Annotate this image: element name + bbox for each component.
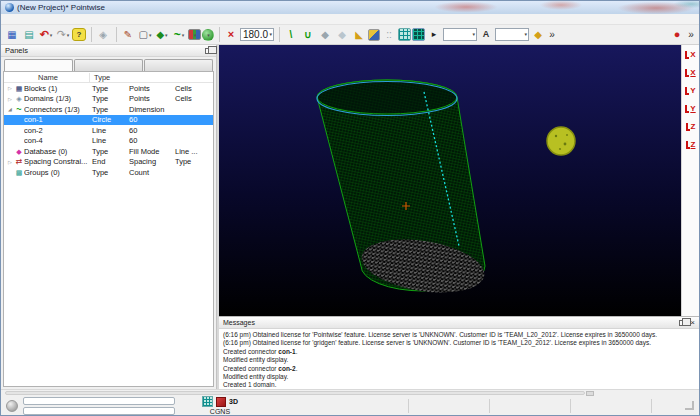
tree-item-col3: Line ... xyxy=(175,147,213,156)
tree-item-label: Groups (0) xyxy=(24,168,92,177)
extrude-button[interactable]: ◣ xyxy=(351,26,367,44)
entity-combo[interactable] xyxy=(443,28,477,41)
tree-row-domains[interactable]: ▷ Domains (1/3) Type Points Cells xyxy=(4,94,213,105)
tree-header-type[interactable]: Type xyxy=(90,73,213,82)
palette-button[interactable] xyxy=(188,29,201,40)
status-field-2[interactable] xyxy=(23,407,175,415)
toolbar-glyph: ▦ xyxy=(7,30,16,40)
assemble-button[interactable] xyxy=(368,29,380,41)
toolbar-separator[interactable] xyxy=(215,27,220,42)
tree-row-database[interactable]: Database (0) Type Fill Mode Line ... xyxy=(4,146,213,157)
float-panel-icon[interactable] xyxy=(205,48,212,54)
message-line: (6:16 pm) Obtained license for 'Pointwis… xyxy=(223,331,699,339)
panels-dock: Panels Name Type ▷ Blocks (1) Type xyxy=(1,45,216,389)
status-field-1[interactable] xyxy=(23,397,175,405)
trackball-mode-icon[interactable] xyxy=(6,400,18,412)
view-plus-x-button[interactable]: X xyxy=(683,47,699,62)
expand-arrow-icon[interactable]: ▷ xyxy=(6,96,14,102)
solid-display-button[interactable]: ◆ xyxy=(154,26,170,44)
pointwise-window: (New Project)* Pointwise ▦▤↶↷?◈✎▢◆~×180.… xyxy=(0,0,700,416)
domain-button[interactable]: ◆ xyxy=(530,26,546,44)
tree-item-col2: Count xyxy=(129,168,175,177)
app-logo-icon xyxy=(5,3,14,12)
view-minus-y-button[interactable]: Y xyxy=(683,101,699,116)
3d-view-canvas[interactable] xyxy=(219,45,681,316)
toolbar-glyph: » xyxy=(688,30,694,40)
two-point-line-button[interactable]: \ xyxy=(283,26,299,44)
save-button[interactable]: ▦ xyxy=(4,26,20,44)
toolbar-glyph: ◆ xyxy=(321,30,329,40)
tree-header[interactable]: Name Type xyxy=(4,72,213,83)
redo-button[interactable]: ↷ xyxy=(55,26,71,44)
grip-button[interactable]: :: xyxy=(381,26,397,44)
tree-row-groups[interactable]: Groups (0) Type Count xyxy=(4,167,213,178)
toolbar-separator[interactable] xyxy=(87,27,92,42)
scrollbar-button[interactable] xyxy=(586,391,594,396)
paintbrush-button[interactable]: ✎ xyxy=(120,26,136,44)
structured-grid-button[interactable] xyxy=(398,28,411,41)
dimension-button[interactable]: A xyxy=(478,26,494,44)
undo-button[interactable]: ↶ xyxy=(38,26,54,44)
view-minus-z-button[interactable]: Z xyxy=(683,137,699,152)
tree-row-con-4[interactable]: con-4 Line 60 xyxy=(4,136,213,147)
expand-arrow-icon[interactable]: ▷ xyxy=(6,85,14,91)
mass-select-button[interactable]: ◈ xyxy=(95,26,111,44)
spacing-icon xyxy=(14,158,24,166)
toolbar-glyph: ◣ xyxy=(355,30,363,40)
messages-panel: Messages × (6:16 pm) Obtained license fo… xyxy=(219,316,699,390)
cae-button[interactable]: ● xyxy=(669,26,685,44)
view-plus-z-button[interactable]: Z xyxy=(683,119,699,134)
toolbar-glyph: ◆ xyxy=(534,30,542,40)
expand-arrow-icon[interactable]: ▷ xyxy=(6,159,14,165)
tab-layers[interactable] xyxy=(74,59,143,71)
toolbar-separator[interactable] xyxy=(275,27,280,42)
help-button[interactable]: ? xyxy=(72,28,86,41)
arc-button[interactable]: ∪ xyxy=(300,26,316,44)
status-row: 3D CGNS xyxy=(1,396,699,415)
solver-block: 3D CGNS xyxy=(202,396,238,415)
angle-combo[interactable]: 180.0 xyxy=(240,28,274,41)
messages-title: Messages xyxy=(223,319,255,326)
toolbar-glyph: ◆ xyxy=(338,30,346,40)
expand-arrow-icon[interactable]: ◢ xyxy=(6,106,14,112)
toolbar-glyph: A xyxy=(483,30,490,39)
tab-list[interactable] xyxy=(4,59,73,71)
window-title: (New Project)* Pointwise xyxy=(17,3,105,12)
toolbar-glyph: :: xyxy=(386,30,392,40)
toolbar-separator[interactable] xyxy=(112,27,117,42)
toolbar-overflow[interactable]: » xyxy=(547,26,557,44)
messages-log[interactable]: (6:16 pm) Obtained license for 'Pointwis… xyxy=(219,329,699,390)
panel-tabs xyxy=(1,57,216,71)
examine-button[interactable]: × xyxy=(223,26,239,44)
dimension-combo[interactable] xyxy=(495,28,529,41)
diamond-tool-button[interactable]: ◆ xyxy=(317,26,333,44)
axis-letter: Y xyxy=(690,105,695,113)
open-button[interactable]: ▤ xyxy=(21,26,37,44)
database-icon xyxy=(14,148,24,155)
view-plus-y-button[interactable]: Y xyxy=(683,83,699,98)
tree-header-name[interactable]: Name xyxy=(4,73,90,82)
tree-row-connectors[interactable]: ◢ Connectors (1/3) Type Dimension xyxy=(4,104,213,115)
tree-row-blocks[interactable]: ▷ Blocks (1) Type Points Cells xyxy=(4,83,213,94)
axis-letter: Y xyxy=(690,87,695,95)
tree-item-type: End xyxy=(92,157,129,166)
unstructured-grid-button[interactable] xyxy=(412,28,425,41)
diamond-tool-button-2[interactable]: ◆ xyxy=(334,26,350,44)
shader-button[interactable] xyxy=(202,29,214,41)
tree-row-con-1[interactable]: con-1 Circle 60 xyxy=(4,115,213,126)
tree-row-spacing[interactable]: ▷ Spacing Constrai... End Spacing Type xyxy=(4,157,213,168)
connector-tool-button[interactable]: ▸ xyxy=(426,26,442,44)
tab-defaults[interactable] xyxy=(144,59,213,71)
toolbar-overflow-2[interactable]: » xyxy=(686,26,696,44)
scrollbar-track[interactable] xyxy=(5,391,585,395)
tree-item-col2: 60 xyxy=(129,115,175,124)
tree-row-con-2[interactable]: con-2 Line 60 xyxy=(4,125,213,136)
float-messages-icon[interactable] xyxy=(679,320,686,326)
tree-rows: ▷ Blocks (1) Type Points Cells ▷ Domains… xyxy=(4,83,213,178)
cube-display-button[interactable]: ▢ xyxy=(137,26,153,44)
view-minus-x-button[interactable]: X xyxy=(683,65,699,80)
toolbar-glyph: » xyxy=(549,30,555,40)
messages-header: Messages × xyxy=(219,317,699,329)
resize-grip[interactable] xyxy=(685,401,694,410)
spline-button[interactable]: ~ xyxy=(171,26,187,44)
